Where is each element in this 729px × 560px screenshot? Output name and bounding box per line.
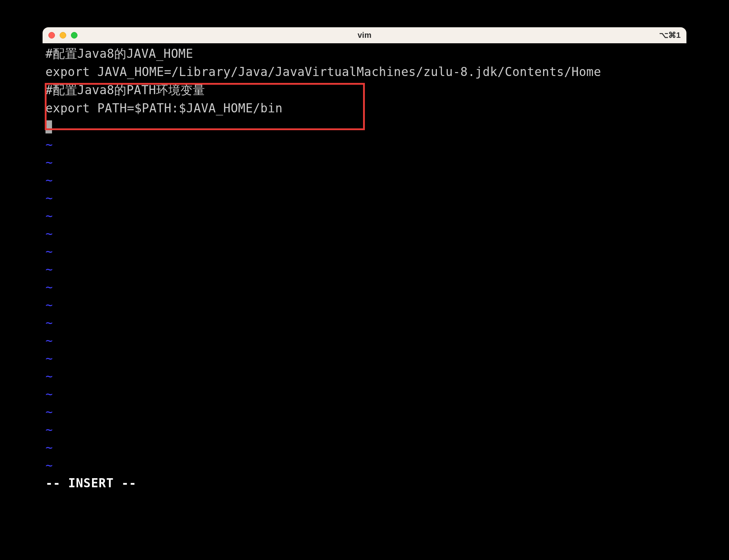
empty-line-tilde: ~ [45, 136, 684, 153]
empty-line-tilde: ~ [45, 278, 684, 296]
empty-line-tilde: ~ [45, 456, 684, 474]
minimize-button[interactable] [60, 32, 66, 39]
window-shortcut-indicator: ⌥⌘1 [659, 31, 681, 40]
empty-line-tilde: ~ [45, 421, 684, 439]
editor-line[interactable]: #配置Java8的PATH环境变量 [45, 81, 684, 99]
maximize-button[interactable] [71, 32, 77, 39]
editor-line[interactable]: export JAVA_HOME=/Library/Java/JavaVirtu… [45, 63, 684, 81]
editor-area[interactable]: #配置Java8的JAVA_HOME export JAVA_HOME=/Lib… [45, 45, 684, 492]
empty-line-tilde: ~ [45, 207, 684, 225]
window-title: vim [358, 31, 371, 40]
title-bar: vim ⌥⌘1 [43, 27, 686, 43]
terminal-window: vim ⌥⌘1 #配置Java8的JAVA_HOME export JAVA_H… [43, 27, 686, 505]
editor-line[interactable]: export PATH=$PATH:$JAVA_HOME/bin [45, 99, 684, 117]
terminal-body[interactable]: #配置Java8的JAVA_HOME export JAVA_HOME=/Lib… [43, 43, 686, 505]
empty-line-tilde: ~ [45, 314, 684, 332]
empty-line-tilde: ~ [45, 243, 684, 260]
close-button[interactable] [48, 32, 55, 39]
vim-status-line: -- INSERT -- [45, 474, 684, 492]
empty-line-tilde: ~ [45, 296, 684, 314]
empty-line-tilde: ~ [45, 439, 684, 456]
traffic-lights [48, 32, 77, 39]
empty-line-tilde: ~ [45, 260, 684, 278]
empty-line-tilde: ~ [45, 367, 684, 385]
cursor-line[interactable] [45, 117, 684, 136]
empty-line-tilde: ~ [45, 403, 684, 421]
empty-line-tilde: ~ [45, 349, 684, 367]
empty-line-tilde: ~ [45, 225, 684, 243]
empty-line-tilde: ~ [45, 189, 684, 207]
editor-line[interactable]: #配置Java8的JAVA_HOME [45, 45, 684, 63]
empty-line-tilde: ~ [45, 385, 684, 403]
empty-line-tilde: ~ [45, 332, 684, 349]
empty-line-tilde: ~ [45, 171, 684, 189]
empty-line-tilde: ~ [45, 153, 684, 171]
cursor-icon [45, 120, 52, 133]
empty-lines-area: ~~~~~~~~~~~~~~~~~~~ [45, 136, 684, 474]
